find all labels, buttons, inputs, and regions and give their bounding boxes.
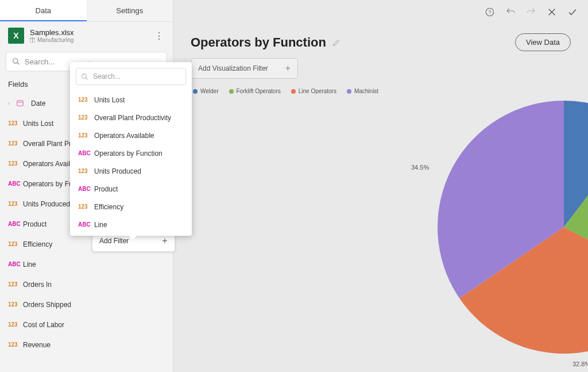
close-icon[interactable] <box>547 7 557 17</box>
popover-field-item[interactable]: 123Overall Plant Productivity <box>70 109 192 126</box>
field-label: Units Produced <box>23 200 70 208</box>
popover-field-item[interactable]: 123Operators Available <box>70 126 192 144</box>
legend-item[interactable]: Forklift Operators <box>229 88 281 94</box>
field-label: Cost of Labor <box>23 321 64 329</box>
svg-text:?: ? <box>488 9 491 15</box>
datasource-row: X Samples.xlsx Manufacturing ⋮ <box>0 22 173 49</box>
popover-search-input[interactable]: Search... <box>76 68 186 85</box>
search-icon <box>81 73 88 80</box>
popover-field-label: Line <box>94 221 107 229</box>
popover-field-item[interactable]: 123Units Lost <box>70 91 192 109</box>
plus-icon: + <box>285 63 291 74</box>
svg-point-3 <box>13 59 18 63</box>
field-label: Revenue <box>23 341 51 349</box>
field-label: Operators Avail... <box>23 160 76 168</box>
datasource-menu-icon[interactable]: ⋮ <box>153 30 165 41</box>
popover-field-label: Units Lost <box>94 96 125 104</box>
view-data-button[interactable]: View Data <box>515 33 571 51</box>
popover-field-label: Operators by Function <box>94 149 163 158</box>
popover-field-item[interactable]: ABCProduct <box>70 180 192 198</box>
field-picker-popover: Search... 123Units Lost123Overall Plant … <box>70 62 192 236</box>
field-item[interactable]: 123Orders Shipped <box>2 294 171 315</box>
field-item[interactable]: 123Revenue <box>2 335 171 355</box>
legend-item[interactable]: Welder <box>193 88 219 94</box>
popover-search-placeholder: Search... <box>93 72 121 80</box>
canvas: ? Operators by Function View Data Add Vi… <box>173 0 588 372</box>
top-toolbar: ? <box>173 0 588 24</box>
svg-line-10 <box>86 78 87 79</box>
popover-field-label: Overall Plant Productivity <box>94 114 171 122</box>
popover-field-item[interactable]: ABCOperators by Function <box>70 144 192 162</box>
sidebar-tabs: Data Settings <box>0 0 173 22</box>
field-label: Efficiency <box>23 240 52 248</box>
pie-label: 32.8% <box>572 361 588 367</box>
tab-data[interactable]: Data <box>0 0 87 21</box>
table-icon <box>30 37 35 43</box>
search-icon <box>12 57 20 66</box>
popover-field-item[interactable]: ABCLine <box>70 216 192 233</box>
redo-icon[interactable] <box>526 7 536 17</box>
popover-field-label: Efficiency <box>94 203 123 211</box>
popover-field-item[interactable]: 123Units Produced <box>70 162 192 180</box>
popover-field-item[interactable]: 123Efficiency <box>70 198 192 216</box>
help-icon[interactable]: ? <box>485 7 495 17</box>
svg-rect-7 <box>17 100 24 105</box>
sidebar-search-placeholder: Search... <box>25 57 55 66</box>
popover-field-label: Operators Available <box>94 132 154 140</box>
confirm-icon[interactable] <box>567 7 578 17</box>
popover-field-label: Units Produced <box>94 167 141 175</box>
field-item[interactable]: 123Cost of Labor <box>2 315 171 335</box>
pie-chart: 10.4%22.3%32.8%34.5% <box>351 69 588 368</box>
field-label: Units Lost <box>23 120 53 128</box>
field-label: Date <box>31 99 45 108</box>
chart-title: Operators by Function <box>191 35 341 50</box>
popover-field-label: Product <box>94 185 118 193</box>
datasource-title: Samples.xlsx <box>30 28 153 37</box>
pie-label: 34.5% <box>411 164 429 171</box>
legend-item[interactable]: Line Operators <box>291 88 336 94</box>
plus-icon: + <box>162 236 167 246</box>
excel-icon: X <box>8 28 24 44</box>
field-label: Orders Shipped <box>23 301 71 309</box>
field-item[interactable]: 123Orders In <box>2 274 171 294</box>
tab-settings[interactable]: Settings <box>87 0 173 21</box>
add-visualization-filter-button[interactable]: Add Visualization Filter + <box>191 58 298 79</box>
field-label: Product <box>23 220 47 228</box>
undo-icon[interactable] <box>505 7 516 17</box>
svg-line-4 <box>17 63 20 65</box>
svg-point-9 <box>82 74 87 78</box>
field-label: Line <box>23 260 36 269</box>
datasource-subtitle: Manufacturing <box>30 37 153 43</box>
field-label: Overall Plant Pr... <box>23 140 76 148</box>
field-item[interactable]: ABCLine <box>2 254 171 274</box>
edit-title-icon[interactable] <box>332 38 341 47</box>
field-label: Orders In <box>23 281 52 289</box>
